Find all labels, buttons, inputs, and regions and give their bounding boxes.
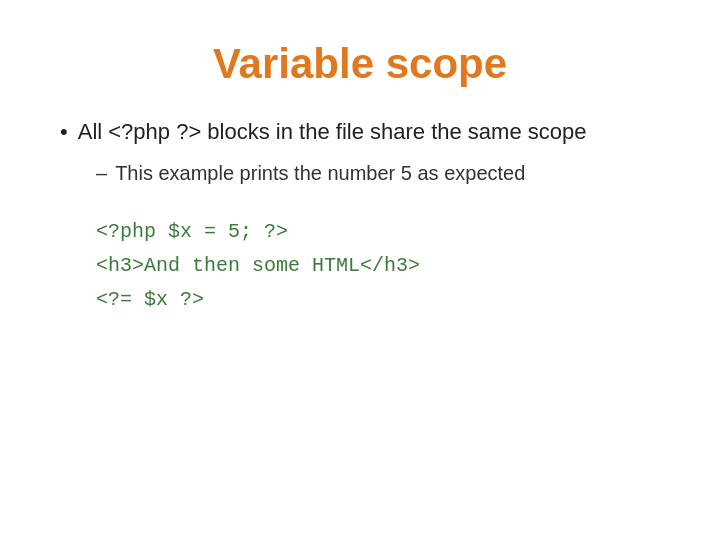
content-area: • All <?php ?> blocks in the file share … <box>60 118 660 317</box>
slide: Variable scope • All <?php ?> blocks in … <box>0 0 720 540</box>
sub-bullet-item: – This example prints the number 5 as ex… <box>96 159 660 187</box>
bullet-dot: • <box>60 118 68 147</box>
bullet-item: • All <?php ?> blocks in the file share … <box>60 118 660 147</box>
code-line-1: <?php $x = 5; ?> <box>96 215 660 249</box>
sub-bullet-dash: – <box>96 159 107 187</box>
slide-title: Variable scope <box>60 40 660 88</box>
code-line-3: <?= $x ?> <box>96 283 660 317</box>
code-block: <?php $x = 5; ?> <h3>And then some HTML<… <box>96 215 660 317</box>
bullet-text: All <?php ?> blocks in the file share th… <box>78 118 587 147</box>
code-line-2: <h3>And then some HTML</h3> <box>96 249 660 283</box>
sub-bullet-text: This example prints the number 5 as expe… <box>115 159 525 187</box>
